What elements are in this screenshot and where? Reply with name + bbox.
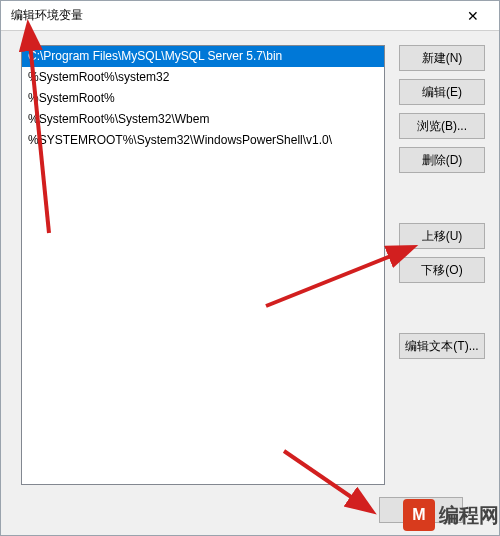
window-title: 编辑环境变量 bbox=[11, 7, 450, 24]
button-label: 编辑(E) bbox=[422, 84, 462, 101]
watermark-overlay: M 编程网 bbox=[403, 499, 499, 531]
move-down-button[interactable]: 下移(O) bbox=[399, 257, 485, 283]
watermark-logo-icon: M bbox=[403, 499, 435, 531]
edit-text-button[interactable]: 编辑文本(T)... bbox=[399, 333, 485, 359]
list-item[interactable]: C:\Program Files\MySQL\MySQL Server 5.7\… bbox=[22, 46, 384, 67]
dialog-window: 编辑环境变量 ✕ C:\Program Files\MySQL\MySQL Se… bbox=[0, 0, 500, 536]
path-listbox[interactable]: C:\Program Files\MySQL\MySQL Server 5.7\… bbox=[21, 45, 385, 485]
dialog-body: C:\Program Files\MySQL\MySQL Server 5.7\… bbox=[1, 31, 499, 535]
spacer bbox=[399, 181, 485, 215]
new-button[interactable]: 新建(N) bbox=[399, 45, 485, 71]
button-label: 浏览(B)... bbox=[417, 118, 467, 135]
list-item[interactable]: %SYSTEMROOT%\System32\WindowsPowerShell\… bbox=[22, 130, 384, 151]
button-label: 删除(D) bbox=[422, 152, 463, 169]
button-label: 新建(N) bbox=[422, 50, 463, 67]
watermark-logo-text: M bbox=[412, 506, 425, 524]
button-label: 编辑文本(T)... bbox=[405, 338, 478, 355]
list-item[interactable]: %SystemRoot%\system32 bbox=[22, 67, 384, 88]
close-icon: ✕ bbox=[467, 8, 479, 24]
move-up-button[interactable]: 上移(U) bbox=[399, 223, 485, 249]
spacer bbox=[399, 291, 485, 325]
side-button-column: 新建(N) 编辑(E) 浏览(B)... 删除(D) 上移(U) 下移(O) 编… bbox=[399, 45, 485, 521]
edit-button[interactable]: 编辑(E) bbox=[399, 79, 485, 105]
button-label: 下移(O) bbox=[421, 262, 462, 279]
browse-button[interactable]: 浏览(B)... bbox=[399, 113, 485, 139]
list-item[interactable]: %SystemRoot% bbox=[22, 88, 384, 109]
titlebar: 编辑环境变量 ✕ bbox=[1, 1, 499, 31]
close-button[interactable]: ✕ bbox=[450, 2, 495, 30]
list-item[interactable]: %SystemRoot%\System32\Wbem bbox=[22, 109, 384, 130]
watermark-text: 编程网 bbox=[439, 502, 499, 529]
button-label: 上移(U) bbox=[422, 228, 463, 245]
delete-button[interactable]: 删除(D) bbox=[399, 147, 485, 173]
